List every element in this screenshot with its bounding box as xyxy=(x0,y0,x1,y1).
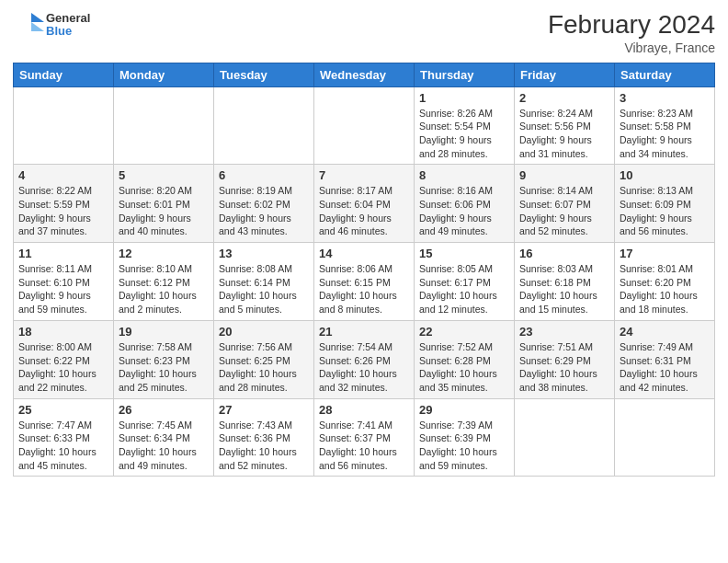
day-info: Sunrise: 7:49 AM Sunset: 6:31 PM Dayligh… xyxy=(620,340,710,395)
col-wednesday: Wednesday xyxy=(314,63,415,86)
col-monday: Monday xyxy=(114,63,214,86)
week-row-2: 11Sunrise: 8:11 AM Sunset: 6:10 PM Dayli… xyxy=(14,243,715,321)
svg-marker-0 xyxy=(31,13,44,22)
day-info: Sunrise: 7:41 AM Sunset: 6:37 PM Dayligh… xyxy=(319,419,409,473)
table-row: 11Sunrise: 8:11 AM Sunset: 6:10 PM Dayli… xyxy=(14,243,114,321)
day-info: Sunrise: 7:39 AM Sunset: 6:39 PM Dayligh… xyxy=(419,419,509,473)
col-thursday: Thursday xyxy=(415,63,515,86)
table-row: 2Sunrise: 8:24 AM Sunset: 5:56 PM Daylig… xyxy=(515,86,615,165)
table-row: 16Sunrise: 8:03 AM Sunset: 6:18 PM Dayli… xyxy=(515,243,615,321)
day-number: 10 xyxy=(620,168,710,182)
day-number: 24 xyxy=(620,325,710,339)
day-info: Sunrise: 8:22 AM Sunset: 5:59 PM Dayligh… xyxy=(18,184,108,238)
day-number: 22 xyxy=(419,325,509,339)
table-row: 29Sunrise: 7:39 AM Sunset: 6:39 PM Dayli… xyxy=(415,398,515,477)
logo-blue: Blue xyxy=(46,25,90,38)
table-row: 15Sunrise: 8:05 AM Sunset: 6:17 PM Dayli… xyxy=(415,243,515,321)
day-number: 1 xyxy=(419,91,509,105)
location: Vibraye, France xyxy=(548,40,715,55)
week-row-0: 1Sunrise: 8:26 AM Sunset: 5:54 PM Daylig… xyxy=(14,86,715,165)
day-number: 21 xyxy=(319,325,409,339)
logo-bird-icon xyxy=(13,9,44,40)
day-number: 20 xyxy=(219,325,309,339)
day-info: Sunrise: 8:10 AM Sunset: 6:12 PM Dayligh… xyxy=(119,262,209,316)
day-number: 8 xyxy=(419,168,509,182)
day-info: Sunrise: 7:47 AM Sunset: 6:33 PM Dayligh… xyxy=(18,419,108,473)
day-info: Sunrise: 8:19 AM Sunset: 6:02 PM Dayligh… xyxy=(219,184,309,238)
table-row: 12Sunrise: 8:10 AM Sunset: 6:12 PM Dayli… xyxy=(114,243,214,321)
table-row: 23Sunrise: 7:51 AM Sunset: 6:29 PM Dayli… xyxy=(515,320,615,398)
day-info: Sunrise: 7:51 AM Sunset: 6:29 PM Dayligh… xyxy=(519,340,609,395)
table-row: 24Sunrise: 7:49 AM Sunset: 6:31 PM Dayli… xyxy=(615,320,715,398)
day-number: 18 xyxy=(18,325,108,339)
day-number: 27 xyxy=(219,403,309,417)
day-number: 2 xyxy=(519,91,609,105)
col-tuesday: Tuesday xyxy=(214,63,314,86)
day-info: Sunrise: 8:20 AM Sunset: 6:01 PM Dayligh… xyxy=(119,184,209,238)
day-number: 13 xyxy=(219,247,309,260)
day-info: Sunrise: 8:03 AM Sunset: 6:18 PM Dayligh… xyxy=(519,262,609,316)
day-number: 12 xyxy=(119,247,209,260)
table-row xyxy=(615,398,715,477)
table-row xyxy=(114,86,214,165)
table-row: 17Sunrise: 8:01 AM Sunset: 6:20 PM Dayli… xyxy=(615,243,715,321)
week-row-1: 4Sunrise: 8:22 AM Sunset: 5:59 PM Daylig… xyxy=(14,165,715,243)
table-row: 6Sunrise: 8:19 AM Sunset: 6:02 PM Daylig… xyxy=(214,165,314,243)
table-row: 1Sunrise: 8:26 AM Sunset: 5:54 PM Daylig… xyxy=(415,86,515,165)
col-saturday: Saturday xyxy=(615,63,715,86)
day-info: Sunrise: 7:43 AM Sunset: 6:36 PM Dayligh… xyxy=(219,419,309,473)
table-row: 4Sunrise: 8:22 AM Sunset: 5:59 PM Daylig… xyxy=(14,165,114,243)
table-row: 25Sunrise: 7:47 AM Sunset: 6:33 PM Dayli… xyxy=(14,398,114,477)
table-row: 18Sunrise: 8:00 AM Sunset: 6:22 PM Dayli… xyxy=(14,320,114,398)
day-number: 9 xyxy=(519,168,609,182)
table-row xyxy=(515,398,615,477)
table-row: 22Sunrise: 7:52 AM Sunset: 6:28 PM Dayli… xyxy=(415,320,515,398)
day-info: Sunrise: 8:14 AM Sunset: 6:07 PM Dayligh… xyxy=(519,184,609,238)
day-info: Sunrise: 8:23 AM Sunset: 5:58 PM Dayligh… xyxy=(620,107,710,161)
logo: General Blue xyxy=(13,9,90,40)
table-row: 27Sunrise: 7:43 AM Sunset: 6:36 PM Dayli… xyxy=(214,398,314,477)
table-row: 10Sunrise: 8:13 AM Sunset: 6:09 PM Dayli… xyxy=(615,165,715,243)
week-row-4: 25Sunrise: 7:47 AM Sunset: 6:33 PM Dayli… xyxy=(14,398,715,477)
header: General Blue February 2024 Vibraye, Fran… xyxy=(13,9,715,55)
day-info: Sunrise: 7:56 AM Sunset: 6:25 PM Dayligh… xyxy=(219,340,309,395)
day-number: 17 xyxy=(620,247,710,260)
day-info: Sunrise: 8:13 AM Sunset: 6:09 PM Dayligh… xyxy=(620,184,710,238)
table-row: 20Sunrise: 7:56 AM Sunset: 6:25 PM Dayli… xyxy=(214,320,314,398)
day-info: Sunrise: 8:11 AM Sunset: 6:10 PM Dayligh… xyxy=(18,262,108,316)
day-info: Sunrise: 7:52 AM Sunset: 6:28 PM Dayligh… xyxy=(419,340,509,395)
table-row: 13Sunrise: 8:08 AM Sunset: 6:14 PM Dayli… xyxy=(214,243,314,321)
day-info: Sunrise: 8:05 AM Sunset: 6:17 PM Dayligh… xyxy=(419,262,509,316)
day-info: Sunrise: 8:24 AM Sunset: 5:56 PM Dayligh… xyxy=(519,107,609,161)
day-number: 11 xyxy=(18,247,108,260)
table-row: 8Sunrise: 8:16 AM Sunset: 6:06 PM Daylig… xyxy=(415,165,515,243)
header-row: Sunday Monday Tuesday Wednesday Thursday… xyxy=(14,63,715,86)
table-row: 3Sunrise: 8:23 AM Sunset: 5:58 PM Daylig… xyxy=(615,86,715,165)
day-info: Sunrise: 8:00 AM Sunset: 6:22 PM Dayligh… xyxy=(18,340,108,395)
svg-marker-1 xyxy=(31,22,44,31)
table-row xyxy=(14,86,114,165)
week-row-3: 18Sunrise: 8:00 AM Sunset: 6:22 PM Dayli… xyxy=(14,320,715,398)
day-number: 19 xyxy=(119,325,209,339)
day-number: 3 xyxy=(620,91,710,105)
day-info: Sunrise: 7:58 AM Sunset: 6:23 PM Dayligh… xyxy=(119,340,209,395)
day-info: Sunrise: 8:01 AM Sunset: 6:20 PM Dayligh… xyxy=(620,262,710,316)
table-row: 26Sunrise: 7:45 AM Sunset: 6:34 PM Dayli… xyxy=(114,398,214,477)
day-number: 14 xyxy=(319,247,409,260)
table-row: 5Sunrise: 8:20 AM Sunset: 6:01 PM Daylig… xyxy=(114,165,214,243)
day-info: Sunrise: 8:16 AM Sunset: 6:06 PM Dayligh… xyxy=(419,184,509,238)
calendar: Sunday Monday Tuesday Wednesday Thursday… xyxy=(13,63,715,477)
day-number: 23 xyxy=(519,325,609,339)
col-friday: Friday xyxy=(515,63,615,86)
day-number: 28 xyxy=(319,403,409,417)
logo-general: General xyxy=(46,12,90,25)
table-row: 28Sunrise: 7:41 AM Sunset: 6:37 PM Dayli… xyxy=(314,398,415,477)
day-info: Sunrise: 8:17 AM Sunset: 6:04 PM Dayligh… xyxy=(319,184,409,238)
day-number: 6 xyxy=(219,168,309,182)
day-number: 16 xyxy=(519,247,609,260)
table-row: 19Sunrise: 7:58 AM Sunset: 6:23 PM Dayli… xyxy=(114,320,214,398)
day-number: 4 xyxy=(18,168,108,182)
day-number: 15 xyxy=(419,247,509,260)
col-sunday: Sunday xyxy=(14,63,114,86)
day-info: Sunrise: 8:06 AM Sunset: 6:15 PM Dayligh… xyxy=(319,262,409,316)
